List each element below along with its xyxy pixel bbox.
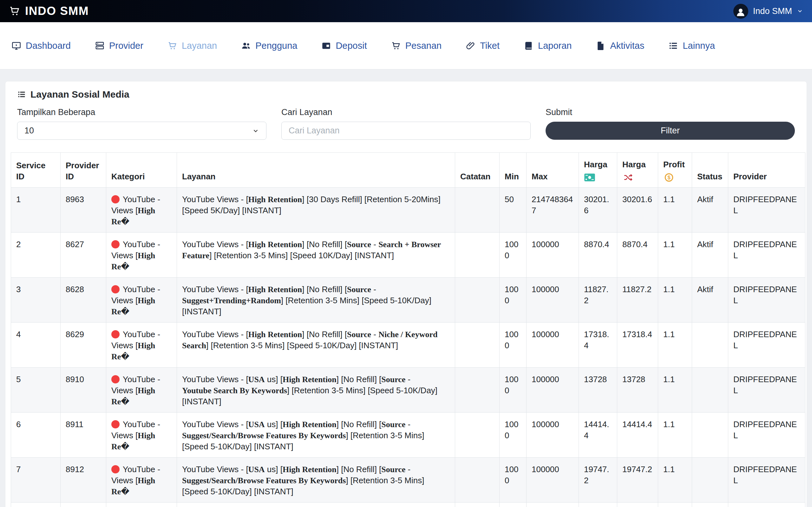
nav-item-label: Dashboard: [26, 41, 71, 51]
table-row: 58910YouTube - Views [High Re�YouTube Vi…: [11, 368, 805, 412]
cell-provider-id: 8913: [61, 503, 106, 507]
top-header: INDO SMM Indo SMM: [0, 0, 812, 22]
shuffle-icon: [622, 173, 634, 182]
cell-profit: 1.1: [658, 503, 692, 507]
cell-kategori: YouTube - Views [High Re�: [106, 278, 177, 323]
red-circle-icon: [111, 285, 119, 293]
cell-catatan: [455, 368, 500, 412]
col-header-catatan-4: Catatan: [455, 153, 500, 187]
nav-item-deposit[interactable]: Deposit: [321, 41, 367, 51]
cell-harga-beli: 13728: [579, 368, 617, 412]
nav-item-label: Aktivitas: [610, 41, 644, 51]
cell-harga-jual: 17318.4: [617, 323, 658, 368]
list-icon: [668, 41, 678, 51]
cell-layanan: YouTube Views - [High Retention] [No Ref…: [177, 278, 455, 323]
table-row: 18963YouTube - Views [High Re�YouTube Vi…: [11, 187, 805, 233]
cart-icon: [167, 41, 177, 51]
cell-provider-id: 8911: [61, 412, 106, 458]
cell-catatan: [455, 412, 500, 458]
cell-kategori: YouTube - Views [High Re�: [106, 323, 177, 368]
nav-item-label: Layanan: [182, 41, 217, 51]
col-header-harga-8: Harga: [617, 153, 658, 187]
cell-kategori: YouTube - Views [High Re�: [106, 368, 177, 412]
page-size-value: 10: [24, 126, 34, 135]
nav-item-tiket[interactable]: Tiket: [466, 41, 500, 51]
table-row: 68911YouTube - Views [High Re�YouTube Vi…: [11, 412, 805, 458]
nav-item-dashboard[interactable]: Dashboard: [11, 41, 71, 51]
cell-provider: DRIPFEEDPANEL: [728, 233, 805, 278]
page-size-select[interactable]: 10: [17, 122, 266, 140]
cell-kategori: YouTube - Views [High Re�: [106, 458, 177, 503]
cell-provider-id: 8910: [61, 368, 106, 412]
search-label: Cari Layanan: [281, 107, 531, 117]
users-icon: [241, 41, 251, 51]
cell-profit: 1.1: [658, 412, 692, 458]
red-circle-icon: [111, 375, 119, 383]
cell-provider: DRIPFEEDPANEL: [728, 458, 805, 503]
svg-text:$: $: [667, 175, 670, 180]
cell-layanan: YouTube Views - [High Retention] [30 Day…: [177, 187, 455, 233]
submit-label: Submit: [546, 107, 795, 117]
col-header-provider-id-1: Provider ID: [61, 153, 106, 187]
cell-profit: 1.1: [658, 233, 692, 278]
col-header-kategori-2: Kategori: [106, 153, 177, 187]
cell-harga-jual: 11827.2: [617, 278, 658, 323]
cell-layanan: YouTube Views - [High Retention] [No Ref…: [177, 233, 455, 278]
cell-catatan: [455, 503, 500, 507]
cell-min: 50: [500, 187, 526, 233]
cell-min: 1000: [500, 323, 526, 368]
nav-item-layanan[interactable]: Layanan: [167, 41, 217, 51]
cell-layanan: YouTube Views - [USA us] [High Retention…: [177, 368, 455, 412]
nav-item-pesanan[interactable]: Pesanan: [391, 41, 442, 51]
cell-min: 1000: [500, 503, 526, 507]
main-nav: DashboardProviderLayananPenggunaDepositP…: [0, 22, 812, 69]
table-row: 88913YouTube - Views [High Re�YouTube Vi…: [11, 503, 805, 507]
cell-harga-jual: 14414.4: [617, 412, 658, 458]
cell-provider-id: 8963: [61, 187, 106, 233]
col-header-layanan-3: Layanan: [177, 153, 455, 187]
cell-max: 100000: [526, 323, 579, 368]
cell-min: 1000: [500, 412, 526, 458]
col-header-label: Min: [505, 171, 521, 182]
page-size-label: Tampilkan Beberapa: [17, 107, 266, 117]
coin-icon: $: [663, 173, 675, 182]
red-circle-icon: [111, 420, 119, 429]
col-header-profit-9: Profit$: [658, 153, 692, 187]
services-card: Layanan Sosial Media Tampilkan Beberapa …: [5, 81, 807, 507]
services-table: Service IDProvider IDKategoriLayananCata…: [11, 153, 805, 507]
cart-icon: [391, 41, 401, 51]
col-header-label: Provider ID: [66, 160, 101, 182]
col-header-label: Service ID: [16, 160, 55, 182]
cart-icon: [9, 5, 20, 17]
user-menu[interactable]: Indo SMM: [733, 4, 803, 19]
cell-harga-jual: 27456: [617, 503, 658, 507]
filter-button[interactable]: Filter: [546, 122, 795, 140]
cell-service-id: 7: [11, 458, 61, 503]
nav-item-provider[interactable]: Provider: [95, 41, 143, 51]
cell-min: 1000: [500, 233, 526, 278]
nav-item-aktivitas[interactable]: Aktivitas: [596, 41, 644, 51]
red-circle-icon: [111, 465, 119, 473]
table-header: Service IDProvider IDKategoriLayananCata…: [11, 153, 805, 187]
nav-item-pengguna[interactable]: Pengguna: [241, 41, 297, 51]
cell-min: 1000: [500, 278, 526, 323]
cell-profit: 1.1: [658, 368, 692, 412]
cell-harga-jual: 19747.2: [617, 458, 658, 503]
brand-title: INDO SMM: [25, 4, 89, 18]
chevron-down-icon: [797, 8, 803, 14]
search-input[interactable]: [281, 122, 531, 140]
nav-item-lainnya[interactable]: Lainnya: [668, 41, 715, 51]
col-header-label: Harga: [622, 159, 653, 170]
cell-min: 1000: [500, 368, 526, 412]
cell-harga-jual: 30201.6: [617, 187, 658, 233]
cell-kategori: YouTube - Views [High Re�: [106, 187, 177, 233]
brand-logo[interactable]: INDO SMM: [9, 4, 89, 18]
cell-max: 100000: [526, 368, 579, 412]
cell-harga-beli: 30201.6: [579, 187, 617, 233]
file-icon: [596, 41, 606, 51]
nav-item-laporan[interactable]: Laporan: [524, 41, 571, 51]
cell-provider-id: 8628: [61, 278, 106, 323]
nav-item-label: Laporan: [538, 41, 571, 51]
cell-provider: DRIPFEEDPANEL: [728, 187, 805, 233]
cell-catatan: [455, 233, 500, 278]
